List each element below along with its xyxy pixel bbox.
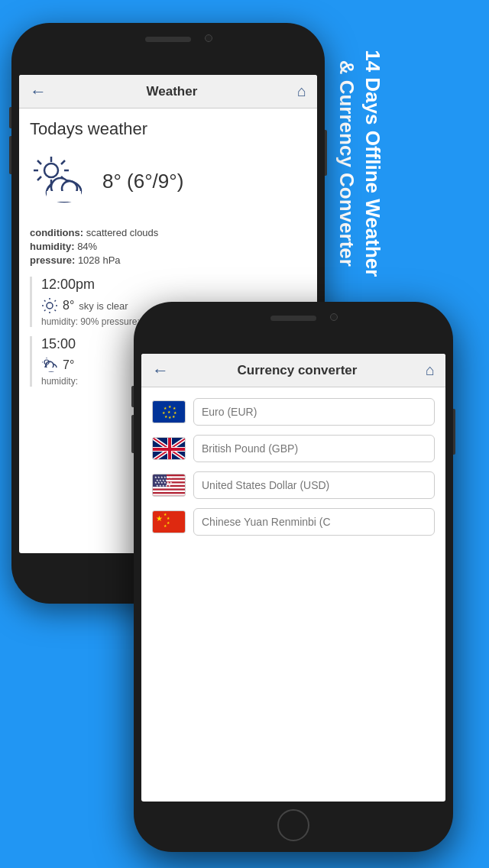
- svg-line-6: [37, 177, 41, 180]
- weather-icon: [30, 153, 95, 210]
- phone-front-speaker: [270, 316, 316, 321]
- currency-nav-back[interactable]: ←: [152, 361, 169, 381]
- side-btn: [9, 107, 11, 128]
- weather-main: 8° (6°/9°): [30, 153, 306, 210]
- svg-rect-56: [153, 491, 186, 492]
- weather-humidity: humidity: 84%: [30, 241, 306, 252]
- currency-input-eu[interactable]: [193, 398, 435, 426]
- weather-nav-title: Weather: [147, 84, 198, 99]
- svg-line-19: [44, 300, 46, 302]
- svg-rect-50: [153, 448, 186, 451]
- time-icon-1: [41, 297, 58, 314]
- currency-input-cn[interactable]: [193, 508, 435, 536]
- currency-row-cn: ★ ★ ★ ★ ★: [152, 508, 435, 536]
- side-btn-right: [325, 130, 327, 176]
- phone-front-home[interactable]: [277, 809, 309, 841]
- time-desc-1: sky is clear: [79, 300, 128, 312]
- phone-front-camera: [330, 313, 338, 321]
- side-btn: [9, 136, 11, 174]
- flag-eu: ★ ★ ★ ★ ★ ★ ★ ★ ★: [152, 400, 186, 423]
- currency-nav-home[interactable]: ⌂: [426, 361, 435, 379]
- svg-line-22: [55, 310, 57, 312]
- time-temp-2: 7°: [63, 358, 74, 372]
- svg-text:★: ★: [156, 514, 163, 523]
- svg-line-20: [55, 300, 57, 302]
- weather-temp: 8° (6°/9°): [102, 170, 183, 193]
- svg-line-4: [37, 160, 41, 164]
- svg-text:★: ★: [168, 404, 172, 409]
- front-side-btn2: [131, 415, 134, 453]
- flag-cn: ★ ★ ★ ★ ★: [152, 510, 186, 533]
- flag-uk: [152, 437, 186, 460]
- currency-nav-title: Currency converter: [238, 363, 358, 378]
- weather-nav-bar: ← Weather ⌂: [19, 75, 317, 108]
- weather-details: conditions: scattered clouds humidity: 8…: [30, 227, 306, 266]
- svg-line-5: [61, 160, 65, 164]
- svg-point-8: [44, 164, 58, 177]
- side-text-line1: 14 Days Offline Weather: [361, 50, 384, 277]
- svg-rect-13: [47, 191, 81, 202]
- phone-back-speaker: [145, 37, 191, 42]
- weather-title: Todays weather: [30, 119, 306, 139]
- svg-text:★★★★★: ★★★★★: [156, 484, 171, 487]
- currency-row-eu: ★ ★ ★ ★ ★ ★ ★ ★ ★: [152, 398, 435, 426]
- svg-rect-26: [44, 368, 57, 371]
- currency-row-uk: [152, 435, 435, 462]
- time-temp-1: 8°: [63, 299, 74, 313]
- currency-input-us[interactable]: [193, 471, 435, 499]
- svg-text:★: ★: [164, 406, 167, 410]
- currency-nav-bar: ← Currency converter ⌂: [141, 354, 445, 387]
- flag-us: ★★★★★★ ★★★★★ ★★★★★★ ★★★★★: [152, 474, 186, 497]
- currency-row-us: ★★★★★★ ★★★★★ ★★★★★★ ★★★★★: [152, 471, 435, 499]
- phone-back-camera: [205, 34, 212, 42]
- svg-line-21: [44, 310, 46, 312]
- side-text-line2: & Currency Converter: [335, 60, 358, 267]
- time-icon-2: [41, 357, 58, 374]
- weather-nav-back[interactable]: ←: [30, 82, 47, 102]
- svg-point-14: [47, 303, 53, 309]
- front-side-btn: [131, 386, 134, 407]
- phone-front-screen: ← Currency converter ⌂ ★ ★: [141, 354, 445, 802]
- weather-nav-home[interactable]: ⌂: [297, 83, 306, 100]
- front-side-btn-right: [453, 409, 455, 455]
- currency-content: ★ ★ ★ ★ ★ ★ ★ ★ ★: [141, 387, 445, 555]
- time-label-1: 12:00pm: [41, 277, 306, 293]
- svg-rect-57: [153, 494, 186, 495]
- phone-front: ← Currency converter ⌂ ★ ★: [134, 302, 453, 852]
- svg-text:★: ★: [167, 410, 171, 414]
- weather-pressure: pressure: 1028 hPa: [30, 254, 306, 266]
- weather-conditions: conditions: scattered clouds: [30, 227, 306, 238]
- currency-input-uk[interactable]: [193, 435, 435, 462]
